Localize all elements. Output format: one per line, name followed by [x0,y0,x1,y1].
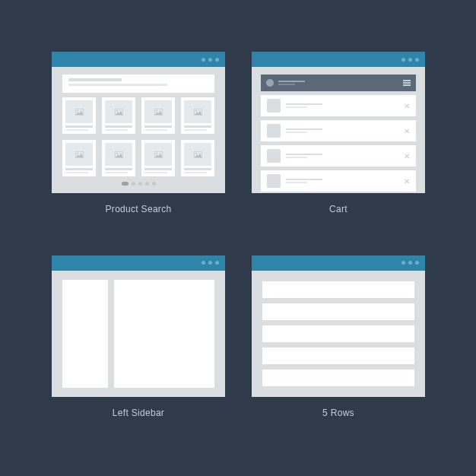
caption: Product Search [106,204,172,214]
wireframe-five-rows: 5 Rows [252,255,425,433]
titlebar [252,52,425,67]
main-panel [114,280,214,388]
product-card[interactable] [181,140,214,176]
window-body [52,67,225,193]
window-body [252,271,425,397]
image-icon [75,109,84,116]
remove-icon[interactable]: ✕ [404,177,410,186]
caption: Cart [329,204,347,214]
window-body [52,271,225,397]
image-icon [194,109,202,116]
svg-point-9 [77,152,78,154]
wireframe-product-search: Product Search [52,52,225,229]
wireframe-cart: ✕ ✕ ✕ ✕ Cart [252,52,425,229]
wireframe-left-sidebar: Left Sidebar [52,255,225,433]
list-row[interactable] [262,325,414,342]
pager-dot[interactable] [138,182,142,186]
cart-item[interactable]: ✕ [261,120,416,141]
titlebar [52,52,225,67]
titlebar [52,255,225,271]
product-card[interactable] [141,97,175,134]
pager-dot[interactable] [122,182,129,186]
window-control-dot[interactable] [415,261,419,265]
svg-point-5 [156,109,157,111]
image-icon [115,151,123,158]
image-icon [194,151,202,158]
window-control-dot[interactable] [415,58,419,62]
svg-point-3 [116,109,118,111]
pager-dot[interactable] [152,182,156,186]
pager [52,182,225,186]
pager-dot[interactable] [132,182,135,186]
list-row[interactable] [262,347,414,364]
cart-item[interactable]: ✕ [261,95,416,116]
window-control-dot[interactable] [202,261,205,265]
svg-point-15 [195,152,197,154]
window-control-dot[interactable] [215,58,219,62]
window-control-dot[interactable] [408,261,412,265]
image-icon [154,109,163,116]
window-control-dot[interactable] [215,261,219,265]
window [52,255,225,397]
thumb-icon [267,149,281,163]
thumb-icon [267,174,281,188]
remove-icon[interactable]: ✕ [404,127,410,135]
window-control-dot[interactable] [202,58,205,62]
svg-point-13 [156,152,157,154]
list-row[interactable] [262,303,414,320]
product-card[interactable] [102,140,135,176]
window [252,255,425,397]
caption: 5 Rows [322,408,354,418]
pager-dot[interactable] [145,182,149,186]
window-body: ✕ ✕ ✕ ✕ [252,67,425,193]
svg-point-1 [77,109,78,111]
window-control-dot[interactable] [401,261,405,265]
product-card[interactable] [181,97,214,134]
avatar-icon [266,79,274,87]
product-card[interactable] [102,97,135,134]
product-card[interactable] [62,97,96,134]
thumb-icon [267,99,281,113]
titlebar [252,255,425,271]
search-header [62,75,214,93]
product-card[interactable] [141,140,175,176]
cart-header [261,75,416,91]
window: ✕ ✕ ✕ ✕ [252,52,425,193]
window [52,52,225,193]
menu-icon[interactable] [403,80,411,86]
cart-item[interactable]: ✕ [261,170,416,192]
list-row[interactable] [262,370,414,386]
caption: Left Sidebar [113,408,164,418]
sidebar-panel [62,280,108,388]
svg-point-7 [195,109,197,111]
image-icon [115,109,123,116]
cart-item[interactable]: ✕ [261,145,416,167]
remove-icon[interactable]: ✕ [404,152,410,160]
window-control-dot[interactable] [208,261,212,265]
thumb-icon [267,124,281,138]
window-control-dot[interactable] [208,58,212,62]
product-card[interactable] [62,140,96,176]
product-grid [62,97,214,176]
image-icon [75,151,84,158]
list-row[interactable] [262,281,414,298]
svg-point-11 [116,152,118,154]
remove-icon[interactable]: ✕ [404,102,410,110]
image-icon [154,151,163,158]
window-control-dot[interactable] [408,58,412,62]
cart-items: ✕ ✕ ✕ ✕ [261,95,416,192]
window-control-dot[interactable] [401,58,405,62]
